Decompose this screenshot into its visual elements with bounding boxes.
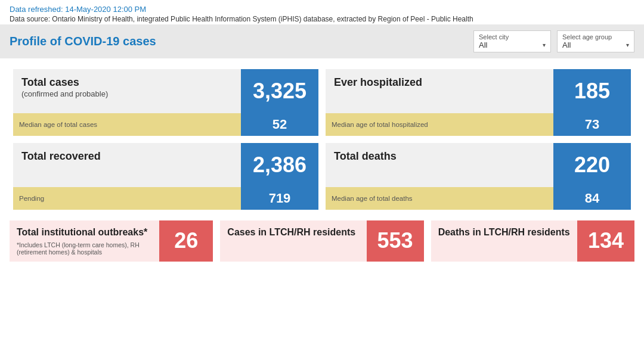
bottom-card-text-1: Cases in LTCH/RH residents: [220, 220, 366, 262]
top-bar: Data refreshed: 14-May-2020 12:00 PM Dat…: [0, 0, 644, 24]
stat-card-1: Ever hospitalized 185 Median age of tota…: [326, 69, 631, 136]
stat-value-0: 3,325: [241, 69, 318, 113]
stat-bottom-1: Median age of total hospitalized 73: [326, 113, 631, 136]
stat-bottom-label-1: Median age of total hospitalized: [326, 113, 553, 136]
bottom-card-0: Total institutional outbreaks* *Includes…: [10, 220, 213, 262]
bottom-card-2: Deaths in LTCH/RH residents 134: [431, 220, 634, 262]
stat-text-area-2: Total recovered: [13, 143, 241, 187]
dropdowns: Select city All ▾ Select age group All ▾: [473, 30, 634, 52]
stat-card-0: Total cases (confirmed and probable) 3,3…: [13, 69, 318, 136]
stat-text-area-0: Total cases (confirmed and probable): [13, 69, 241, 113]
city-dropdown-label: Select city: [479, 33, 546, 41]
age-group-dropdown[interactable]: Select age group All ▾: [557, 30, 634, 52]
stat-bottom-label-0: Median age of total cases: [13, 113, 241, 136]
stat-text-area-1: Ever hospitalized: [326, 69, 553, 113]
bottom-card-title-0: Total institutional outbreaks*: [17, 226, 152, 239]
stat-title-1: Ever hospitalized: [334, 76, 545, 89]
stat-card-inner-0: Total cases (confirmed and probable) 3,3…: [13, 69, 318, 113]
stat-bottom-label-3: Median age of total deaths: [326, 187, 553, 210]
age-group-chevron-icon: ▾: [626, 42, 629, 48]
stats-grid: Total cases (confirmed and probable) 3,3…: [0, 58, 644, 220]
header-row: Profile of COVID-19 cases Select city Al…: [0, 24, 644, 58]
age-group-dropdown-label: Select age group: [562, 33, 629, 41]
stat-bottom-value-3: 84: [553, 187, 631, 210]
bottom-card-title-2: Deaths in LTCH/RH residents: [438, 226, 570, 239]
stat-title-2: Total recovered: [21, 150, 233, 163]
stat-bottom-3: Median age of total deaths 84: [326, 187, 631, 210]
stat-bottom-value-0: 52: [241, 113, 318, 136]
stat-subtitle-0: (confirmed and probable): [21, 89, 233, 98]
stat-card-3: Total deaths 220 Median age of total dea…: [326, 143, 631, 210]
bottom-card-title-1: Cases in LTCH/RH residents: [227, 226, 359, 239]
stat-value-2: 2,386: [241, 143, 318, 187]
stat-bottom-value-1: 73: [553, 113, 631, 136]
bottom-card-value-2: 134: [577, 220, 634, 262]
stat-value-1: 185: [553, 69, 631, 113]
city-dropdown-select[interactable]: All ▾: [479, 41, 546, 49]
stat-title-3: Total deaths: [334, 150, 545, 163]
stat-value-3: 220: [553, 143, 631, 187]
refresh-text: Data refreshed: 14-May-2020 12:00 PM: [10, 5, 634, 14]
bottom-card-note-0: *Includes LTCH (long-term care homes), R…: [17, 241, 152, 256]
stat-title-0: Total cases: [21, 76, 233, 89]
stat-card-2: Total recovered 2,386 Pending 719: [13, 143, 318, 210]
age-group-dropdown-value: All: [562, 41, 571, 49]
bottom-card-text-2: Deaths in LTCH/RH residents: [431, 220, 577, 262]
stat-card-inner-1: Ever hospitalized 185: [326, 69, 631, 113]
bottom-card-text-0: Total institutional outbreaks* *Includes…: [10, 220, 159, 262]
bottom-card-value-1: 553: [367, 220, 424, 262]
bottom-card-value-0: 26: [159, 220, 213, 262]
stat-card-inner-3: Total deaths 220: [326, 143, 631, 187]
city-dropdown[interactable]: Select city All ▾: [473, 30, 551, 52]
stat-bottom-0: Median age of total cases 52: [13, 113, 318, 136]
stat-card-inner-2: Total recovered 2,386: [13, 143, 318, 187]
page-title: Profile of COVID-19 cases: [10, 35, 156, 48]
stat-bottom-value-2: 719: [241, 187, 318, 210]
source-text: Data source: Ontario Ministry of Health,…: [10, 15, 634, 23]
city-chevron-icon: ▾: [543, 42, 546, 48]
city-dropdown-value: All: [479, 41, 487, 49]
stat-bottom-label-2: Pending: [13, 187, 241, 210]
age-group-dropdown-select[interactable]: All ▾: [562, 41, 629, 49]
bottom-card-1: Cases in LTCH/RH residents 553: [220, 220, 423, 262]
stat-text-area-3: Total deaths: [326, 143, 553, 187]
stat-bottom-2: Pending 719: [13, 187, 318, 210]
bottom-row: Total institutional outbreaks* *Includes…: [0, 220, 644, 269]
